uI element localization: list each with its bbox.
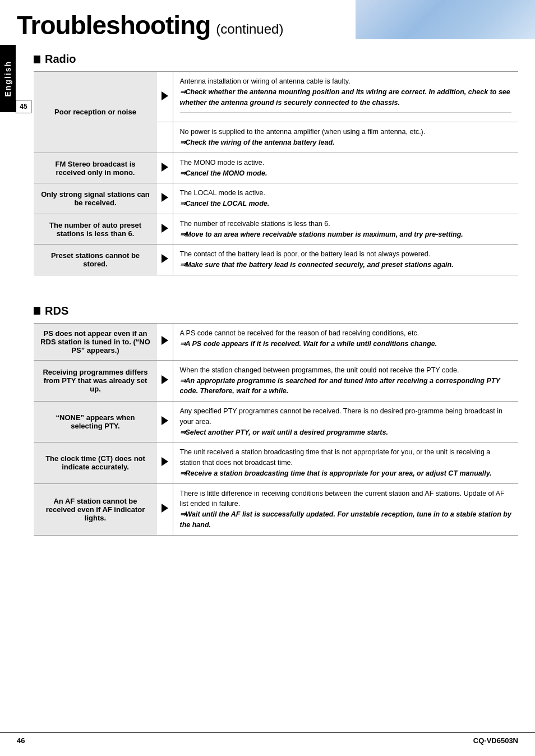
solution-cell: No power is supplied to the antenna ampl… bbox=[173, 122, 518, 153]
table-row: Preset stations cannot be stored. The co… bbox=[34, 245, 518, 275]
radio-section-title: Radio bbox=[45, 53, 76, 66]
arrow-icon bbox=[162, 193, 168, 202]
solution-text: Antenna installation or wiring of antenn… bbox=[180, 76, 512, 108]
solution-cell: The MONO mode is active.⇒Cancel the MONO… bbox=[173, 153, 518, 183]
action-text: ⇒Wait until the AF list is successfully … bbox=[180, 510, 511, 529]
solution-cell: Any specified PTY programmes cannot be r… bbox=[173, 402, 518, 442]
arrow-icon bbox=[162, 375, 168, 384]
table-row: Only strong signal stations can be recei… bbox=[34, 183, 518, 214]
rds-section-title: RDS bbox=[45, 305, 68, 317]
table-row: Receiving programmes differs from PTY th… bbox=[34, 360, 518, 401]
solution-text: When the station changed between program… bbox=[180, 365, 512, 397]
problem-text: Only strong signal stations can be recei… bbox=[41, 190, 150, 207]
solution-cell: When the station changed between program… bbox=[173, 360, 518, 401]
problem-text: FM Stereo broadcast is received only in … bbox=[55, 160, 135, 177]
problem-cell: FM Stereo broadcast is received only in … bbox=[34, 153, 157, 183]
solution-cell: A PS code cannot be received for the rea… bbox=[173, 323, 518, 360]
problem-text: An AF station cannot be received even if… bbox=[46, 497, 145, 522]
solution-cell: The unit received a station broadcasting… bbox=[173, 442, 518, 483]
footer-page-number: 46 bbox=[17, 736, 25, 745]
rds-section-header: RDS bbox=[34, 305, 518, 317]
action-text: ⇒Make sure that the battery lead is conn… bbox=[180, 261, 454, 269]
arrow-cell bbox=[157, 360, 173, 401]
table-row: “NONE” appears when selecting PTY. Any s… bbox=[34, 402, 518, 442]
action-text: ⇒Receive a station broadcasting time tha… bbox=[180, 469, 492, 477]
problem-text: Poor reception or noise bbox=[54, 108, 136, 116]
header-background bbox=[356, 0, 535, 39]
problem-cell: The clock time (CT) does not indicate ac… bbox=[34, 442, 157, 483]
arrow-cell bbox=[157, 122, 173, 153]
problem-text: PS does not appear even if an RDS statio… bbox=[40, 329, 150, 354]
footer: 46 CQ-VD6503N bbox=[0, 732, 535, 745]
action-text: ⇒A PS code appears if it is received. Wa… bbox=[180, 340, 437, 348]
arrow-icon bbox=[162, 457, 168, 466]
arrow-cell bbox=[157, 72, 173, 122]
solution-text: The LOCAL mode is active.⇒Cancel the LOC… bbox=[180, 188, 512, 209]
sidebar-language: English bbox=[0, 45, 16, 112]
page: Troubleshooting (continued) English 45 R… bbox=[0, 0, 535, 756]
table-row: An AF station cannot be received even if… bbox=[34, 483, 518, 535]
table-row: The clock time (CT) does not indicate ac… bbox=[34, 442, 518, 483]
solution-text: There is little difference in receiving … bbox=[180, 488, 512, 531]
solution-text: A PS code cannot be received for the rea… bbox=[180, 328, 512, 349]
problem-cell: “NONE” appears when selecting PTY. bbox=[34, 402, 157, 442]
solution-cell: The LOCAL mode is active.⇒Cancel the LOC… bbox=[173, 183, 518, 214]
problem-cell: Preset stations cannot be stored. bbox=[34, 245, 157, 275]
solution-cell: Antenna installation or wiring of antenn… bbox=[173, 72, 518, 122]
solution-cell: The number of receivable stations is les… bbox=[173, 214, 518, 245]
arrow-cell bbox=[157, 483, 173, 535]
table-row: PS does not appear even if an RDS statio… bbox=[34, 323, 518, 360]
language-label: English bbox=[3, 61, 12, 97]
arrow-cell bbox=[157, 323, 173, 360]
problem-cell: The number of auto preset stations is le… bbox=[34, 214, 157, 245]
solution-text: The unit received a station broadcasting… bbox=[180, 447, 512, 478]
problem-text: Receiving programmes differs from PTY th… bbox=[43, 368, 147, 393]
main-content: Radio Poor reception or noise Antenna in… bbox=[0, 53, 535, 564]
solution-text: No power is supplied to the antenna ampl… bbox=[180, 127, 512, 148]
arrow-icon bbox=[162, 91, 168, 100]
table-row: Poor reception or noise Antenna installa… bbox=[34, 72, 518, 122]
section-divider bbox=[34, 287, 518, 297]
arrow-cell bbox=[157, 214, 173, 245]
problem-text: “NONE” appears when selecting PTY. bbox=[56, 413, 135, 430]
arrow-icon bbox=[162, 254, 168, 263]
solution-text: The MONO mode is active.⇒Cancel the MONO… bbox=[180, 158, 512, 179]
arrow-cell bbox=[157, 153, 173, 183]
arrow-icon bbox=[162, 336, 168, 345]
solution-cell: There is little difference in receiving … bbox=[173, 483, 518, 535]
action-text: ⇒An appropriate programme is searched fo… bbox=[180, 377, 500, 395]
arrow-cell bbox=[157, 442, 173, 483]
section-marker-rds bbox=[34, 307, 40, 315]
page-title: Troubleshooting bbox=[17, 10, 210, 40]
prev-page-number: 45 bbox=[16, 100, 31, 113]
footer-model: CQ-VD6503N bbox=[473, 736, 518, 745]
arrow-cell bbox=[157, 402, 173, 442]
arrow-icon bbox=[162, 416, 168, 425]
arrow-icon bbox=[162, 504, 168, 513]
problem-text: The clock time (CT) does not indicate ac… bbox=[45, 454, 145, 471]
problem-cell: An AF station cannot be received even if… bbox=[34, 483, 157, 535]
arrow-icon bbox=[162, 224, 168, 233]
problem-text: Preset stations cannot be stored. bbox=[51, 251, 140, 268]
solution-text: The contact of the battery lead is poor,… bbox=[180, 249, 512, 270]
rds-table: PS does not appear even if an RDS statio… bbox=[34, 323, 518, 536]
section-marker-radio bbox=[34, 56, 40, 63]
header: Troubleshooting (continued) bbox=[0, 0, 535, 45]
radio-section-header: Radio bbox=[34, 53, 518, 66]
problem-cell: PS does not appear even if an RDS statio… bbox=[34, 323, 157, 360]
radio-table: Poor reception or noise Antenna installa… bbox=[34, 71, 518, 275]
problem-text: The number of auto preset stations is le… bbox=[49, 221, 141, 238]
page-subtitle: (continued) bbox=[216, 21, 283, 37]
table-row: FM Stereo broadcast is received only in … bbox=[34, 153, 518, 183]
solution-inner: Antenna installation or wiring of antenn… bbox=[180, 76, 512, 113]
arrow-cell bbox=[157, 183, 173, 214]
action-text: ⇒Check whether the antenna mounting posi… bbox=[180, 88, 510, 107]
action-text: ⇒Select another PTY, or wait until a des… bbox=[180, 428, 388, 436]
action-text: ⇒Cancel the MONO mode. bbox=[180, 169, 268, 177]
arrow-cell bbox=[157, 245, 173, 275]
action-text: ⇒Check the wiring of the antenna battery… bbox=[180, 139, 335, 146]
problem-cell: Receiving programmes differs from PTY th… bbox=[34, 360, 157, 401]
problem-cell: Only strong signal stations can be recei… bbox=[34, 183, 157, 214]
arrow-icon bbox=[162, 163, 168, 172]
solution-cell: The contact of the battery lead is poor,… bbox=[173, 245, 518, 275]
